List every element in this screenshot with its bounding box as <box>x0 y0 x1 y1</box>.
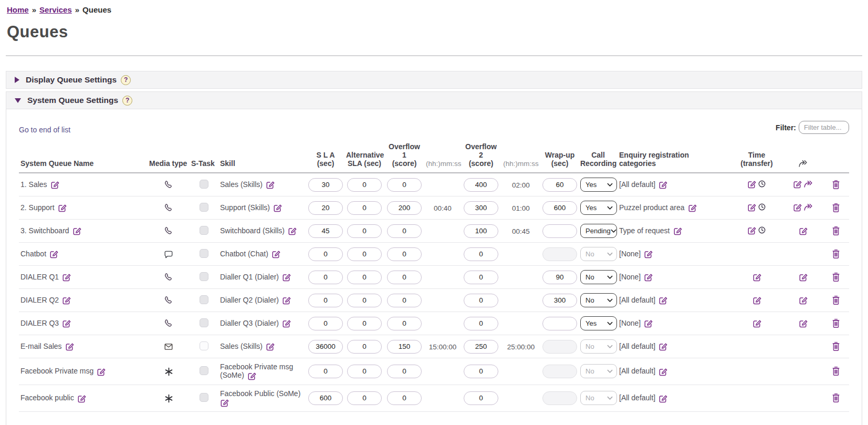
alternative-sla-input[interactable] <box>347 340 382 354</box>
wrapup-input[interactable] <box>542 224 577 238</box>
edit-icon[interactable] <box>288 226 297 235</box>
overflow2-score-input[interactable] <box>464 340 498 354</box>
edit-icon[interactable] <box>77 394 86 403</box>
call-recording-select[interactable]: Yes <box>580 316 617 330</box>
sla-input[interactable] <box>308 271 343 284</box>
sla-input[interactable] <box>308 365 343 378</box>
call-recording-select[interactable]: No <box>580 247 617 261</box>
overflow2-score-input[interactable] <box>464 224 498 238</box>
call-recording-select[interactable]: Yes <box>580 201 617 215</box>
alternative-sla-input[interactable] <box>347 391 382 405</box>
trash-icon[interactable] <box>832 203 840 213</box>
alternative-sla-input[interactable] <box>347 294 382 307</box>
filter-input[interactable] <box>799 121 849 134</box>
overflow2-score-input[interactable] <box>464 317 498 330</box>
edit-icon[interactable] <box>752 273 761 282</box>
call-recording-select[interactable]: No <box>580 293 617 307</box>
overflow1-score-input[interactable] <box>387 201 422 215</box>
call-recording-select[interactable]: No <box>580 270 617 284</box>
wrapup-input[interactable] <box>542 294 577 307</box>
trash-icon[interactable] <box>832 295 840 305</box>
overflow2-score-input[interactable] <box>464 178 498 192</box>
edit-icon[interactable] <box>747 180 756 189</box>
overflow2-score-input[interactable] <box>464 271 498 284</box>
edit-icon[interactable] <box>658 394 667 403</box>
wrapup-input[interactable] <box>542 178 577 192</box>
call-recording-select[interactable]: No <box>580 391 617 405</box>
trash-icon[interactable] <box>832 318 840 328</box>
edit-icon[interactable] <box>658 342 667 351</box>
wrapup-input[interactable] <box>542 271 577 284</box>
overflow1-score-input[interactable] <box>387 294 422 307</box>
edit-icon[interactable] <box>799 296 808 305</box>
edit-icon[interactable] <box>658 367 667 376</box>
wrapup-input[interactable] <box>542 317 577 330</box>
wrapup-input[interactable] <box>542 391 577 405</box>
sla-input[interactable] <box>308 247 343 261</box>
help-icon[interactable]: ? <box>121 75 131 85</box>
edit-icon[interactable] <box>793 203 802 212</box>
call-recording-select[interactable]: No <box>580 364 617 378</box>
sla-input[interactable] <box>308 294 343 307</box>
overflow2-score-input[interactable] <box>464 201 498 215</box>
edit-icon[interactable] <box>65 342 74 351</box>
overflow1-score-input[interactable] <box>387 391 422 405</box>
trash-icon[interactable] <box>832 366 840 376</box>
stask-checkbox[interactable] <box>200 180 208 189</box>
stask-checkbox[interactable] <box>200 249 208 258</box>
edit-icon[interactable] <box>688 203 697 212</box>
edit-icon[interactable] <box>799 273 808 282</box>
edit-icon[interactable] <box>273 203 282 212</box>
edit-icon[interactable] <box>793 180 802 189</box>
stask-checkbox[interactable] <box>200 393 208 402</box>
transfer-arrow-icon[interactable] <box>803 180 813 188</box>
alternative-sla-input[interactable] <box>347 271 382 284</box>
edit-icon[interactable] <box>752 296 761 305</box>
breadcrumb-home-link[interactable]: Home <box>7 5 29 14</box>
wrapup-input[interactable] <box>542 365 577 378</box>
edit-icon[interactable] <box>673 226 682 235</box>
edit-icon[interactable] <box>62 296 71 305</box>
overflow1-score-input[interactable] <box>387 340 422 354</box>
go-to-end-link[interactable]: Go to end of list <box>19 126 70 134</box>
edit-icon[interactable] <box>799 226 808 235</box>
edit-icon[interactable] <box>247 371 256 380</box>
trash-icon[interactable] <box>832 226 840 236</box>
edit-icon[interactable] <box>752 319 761 328</box>
sla-input[interactable] <box>308 178 343 192</box>
wrapup-input[interactable] <box>542 247 577 261</box>
clock-icon[interactable] <box>758 226 766 234</box>
trash-icon[interactable] <box>832 272 840 282</box>
edit-icon[interactable] <box>282 319 291 328</box>
stask-checkbox[interactable] <box>200 366 208 375</box>
overflow1-score-input[interactable] <box>387 365 422 378</box>
edit-icon[interactable] <box>266 342 275 351</box>
edit-icon[interactable] <box>747 203 756 212</box>
sla-input[interactable] <box>308 340 343 354</box>
trash-icon[interactable] <box>832 180 840 190</box>
sla-input[interactable] <box>308 224 343 238</box>
overflow2-score-input[interactable] <box>464 294 498 307</box>
stask-checkbox[interactable] <box>200 341 208 350</box>
edit-icon[interactable] <box>72 226 81 235</box>
edit-icon[interactable] <box>50 180 59 189</box>
stask-checkbox[interactable] <box>200 295 208 304</box>
edit-icon[interactable] <box>220 398 229 407</box>
help-icon[interactable]: ? <box>122 96 132 106</box>
transfer-arrow-icon[interactable] <box>803 203 813 211</box>
edit-icon[interactable] <box>644 273 653 282</box>
system-queue-settings-header[interactable]: System Queue Settings ? <box>6 91 862 109</box>
edit-icon[interactable] <box>62 319 71 328</box>
call-recording-select[interactable]: No <box>580 339 617 354</box>
overflow2-score-input[interactable] <box>464 365 498 378</box>
edit-icon[interactable] <box>62 273 71 282</box>
edit-icon[interactable] <box>658 180 667 189</box>
wrapup-input[interactable] <box>542 201 577 215</box>
edit-icon[interactable] <box>747 226 756 235</box>
trash-icon[interactable] <box>832 249 840 259</box>
alternative-sla-input[interactable] <box>347 317 382 330</box>
edit-icon[interactable] <box>644 250 653 258</box>
display-queue-settings-header[interactable]: Display Queue Settings ? <box>6 71 862 89</box>
sla-input[interactable] <box>308 201 343 215</box>
stask-checkbox[interactable] <box>200 318 208 327</box>
